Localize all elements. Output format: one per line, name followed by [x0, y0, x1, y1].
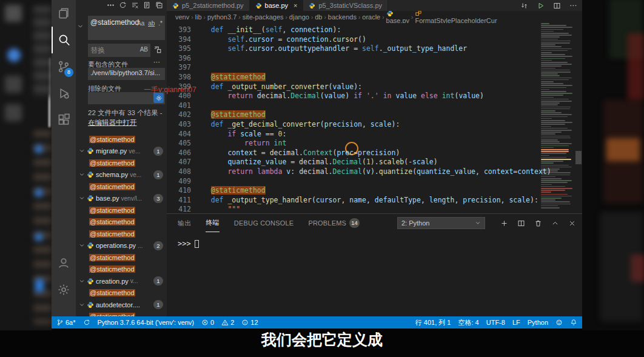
- python-interpreter[interactable]: Python 3.7.6 64-bit ('venv': venv): [98, 319, 195, 326]
- breadcrumb-item[interactable]: base.py: [386, 11, 410, 23]
- search-match-row[interactable]: @staticmethod: [76, 157, 167, 169]
- split-terminal-icon[interactable]: [517, 219, 525, 227]
- panel-tab[interactable]: DEBUG CONSOLE: [234, 214, 294, 232]
- breadcrumb-item[interactable]: oracle: [362, 13, 380, 21]
- code-line[interactable]: 397: [167, 63, 582, 73]
- breadcrumb-item[interactable]: FormatStylePlaceholderCur: [415, 11, 497, 23]
- new-terminal-icon[interactable]: [500, 219, 508, 227]
- panel-tab[interactable]: 输出: [178, 214, 191, 232]
- search-match-row[interactable]: @staticmethod: [76, 264, 167, 276]
- kill-terminal-icon[interactable]: [534, 219, 542, 227]
- run-python-file-icon[interactable]: [537, 2, 545, 10]
- breadcrumb[interactable]: venv›lib›python3.7›site-packages›django›…: [167, 11, 582, 23]
- files-include-input[interactable]: ./venv/lib/python3.7/si...: [88, 68, 165, 80]
- code-editor[interactable]: 393 def __init__(self, connection):394 s…: [167, 23, 582, 213]
- refresh-icon[interactable]: [119, 1, 127, 9]
- search-file-row[interactable]: schema.pyve...1: [76, 169, 167, 181]
- search-file-row[interactable]: creation.pyv...1: [76, 275, 167, 287]
- more-actions-icon[interactable]: [107, 1, 115, 9]
- errors-count[interactable]: 0: [201, 319, 214, 326]
- new-search-editor-icon[interactable]: [143, 1, 151, 9]
- whole-word-toggle[interactable]: ab: [147, 18, 155, 28]
- more-editor-actions-icon[interactable]: ⋯: [569, 1, 577, 10]
- close-tab-icon[interactable]: ×: [293, 2, 297, 9]
- search-match-row[interactable]: @staticmethod: [76, 133, 167, 145]
- code-line[interactable]: 393 def __init__(self, connection):: [167, 25, 582, 35]
- search-file-row[interactable]: operations.py...2: [76, 240, 167, 252]
- warnings-count[interactable]: 2: [221, 319, 234, 326]
- breadcrumb-item[interactable]: lib: [195, 13, 202, 21]
- sidebar-item-explorer[interactable]: [52, 0, 76, 27]
- regex-toggle[interactable]: .*: [158, 18, 163, 28]
- split-editor-icon[interactable]: [553, 2, 561, 10]
- notifications[interactable]: [570, 319, 577, 326]
- search-match-row[interactable]: @staticmethod: [76, 181, 167, 193]
- breadcrumb-item[interactable]: db: [315, 13, 322, 21]
- open-in-editor-link[interactable]: 在编辑器中打开: [88, 119, 137, 126]
- cursor-position[interactable]: 行 401, 列 1: [415, 318, 451, 327]
- indentation[interactable]: 空格: 4: [458, 318, 479, 327]
- code-line[interactable]: 396: [167, 54, 582, 64]
- replace-all-icon[interactable]: [153, 45, 162, 54]
- replace-input[interactable]: 替换 AB: [88, 44, 150, 57]
- breadcrumb-item[interactable]: site-packages: [243, 13, 284, 21]
- panel-tab[interactable]: PROBLEMS14: [308, 214, 360, 232]
- search-file-row[interactable]: base.pyvenv/l...3: [76, 193, 167, 205]
- toggle-replace-chevron-icon[interactable]: [77, 23, 84, 30]
- open-changes-icon[interactable]: [520, 2, 528, 10]
- maximize-panel-icon[interactable]: [551, 219, 559, 227]
- preserve-case-toggle[interactable]: AB: [139, 46, 149, 53]
- language-mode[interactable]: Python: [528, 319, 548, 326]
- code-line[interactable]: 407 quantize_value = decimal.Decimal(1).…: [167, 158, 582, 167]
- code-line[interactable]: 403 def _get_decimal_converter(precision…: [167, 120, 582, 130]
- editor-tab[interactable]: p5_2staticmethod.py: [167, 0, 250, 11]
- match-case-toggle[interactable]: Aa: [136, 18, 145, 28]
- code-line[interactable]: 395 self.cursor.outputtypehandler = self…: [167, 44, 582, 54]
- sidebar-item-extensions[interactable]: [52, 107, 76, 133]
- search-match-row[interactable]: @staticmethod: [76, 252, 167, 264]
- code-line[interactable]: 410 @staticmethod: [167, 186, 582, 196]
- toggle-search-details[interactable]: ⋯: [153, 58, 161, 66]
- code-line[interactable]: 404 if scale == 0:: [167, 130, 582, 139]
- account-button[interactable]: [52, 250, 76, 276]
- sidebar-item-run-debug[interactable]: [52, 80, 76, 107]
- search-match-row[interactable]: @staticmethod: [76, 204, 167, 216]
- clear-results-icon[interactable]: [131, 1, 139, 9]
- code-line[interactable]: 412 """: [167, 205, 582, 213]
- breadcrumb-item[interactable]: django: [289, 13, 309, 21]
- search-file-row[interactable]: migrate.pyve...1: [76, 145, 167, 158]
- sync-status[interactable]: [83, 319, 90, 326]
- search-match-row[interactable]: @staticmethod: [76, 228, 167, 240]
- search-match-row[interactable]: @staticmethod: [76, 287, 167, 299]
- search-match-row[interactable]: @staticmethod: [76, 311, 167, 317]
- code-line[interactable]: 399 def _output_number_converter(value):: [167, 82, 582, 92]
- code-line[interactable]: 402 @staticmethod: [167, 110, 582, 120]
- code-line[interactable]: 400 return decimal.Decimal(value) if '.'…: [167, 92, 582, 101]
- code-line[interactable]: 405 return int: [167, 139, 582, 148]
- search-file-row[interactable]: autodetector....1: [76, 299, 167, 311]
- info-count[interactable]: 12: [241, 319, 258, 326]
- code-line[interactable]: 411 def _output_type_handler(cursor, nam…: [167, 196, 582, 205]
- breadcrumb-item[interactable]: backends: [328, 13, 357, 21]
- close-panel-icon[interactable]: [568, 219, 576, 227]
- settings-button[interactable]: [52, 276, 76, 303]
- eol[interactable]: LF: [512, 319, 520, 326]
- code-line[interactable]: 409: [167, 177, 582, 187]
- sidebar-item-search[interactable]: [52, 27, 76, 53]
- code-line[interactable]: 406 context = decimal.Context(prec=preci…: [167, 148, 582, 158]
- encoding[interactable]: UTF-8: [486, 319, 505, 326]
- collapse-all-icon[interactable]: [155, 1, 163, 9]
- panel-tab[interactable]: 终端: [206, 214, 219, 232]
- breadcrumb-item[interactable]: venv: [175, 13, 189, 21]
- code-line[interactable]: 401: [167, 101, 582, 111]
- code-line[interactable]: 394 self.cursor = connection.cursor(): [167, 35, 582, 45]
- code-line[interactable]: 398 @staticmethod: [167, 73, 582, 82]
- feedback[interactable]: [555, 319, 563, 326]
- search-match-row[interactable]: @staticmethod: [76, 216, 167, 229]
- breadcrumb-item[interactable]: python3.7: [207, 13, 236, 21]
- search-input[interactable]: @staticmethod Aa ab .*: [88, 16, 165, 40]
- git-branch-status[interactable]: 6a*: [56, 319, 76, 326]
- code-line[interactable]: 408 return lambda v: decimal.Decimal(v).…: [167, 167, 582, 177]
- terminal-content[interactable]: >>>: [178, 239, 199, 248]
- terminal-select[interactable]: 2: Python: [397, 217, 485, 229]
